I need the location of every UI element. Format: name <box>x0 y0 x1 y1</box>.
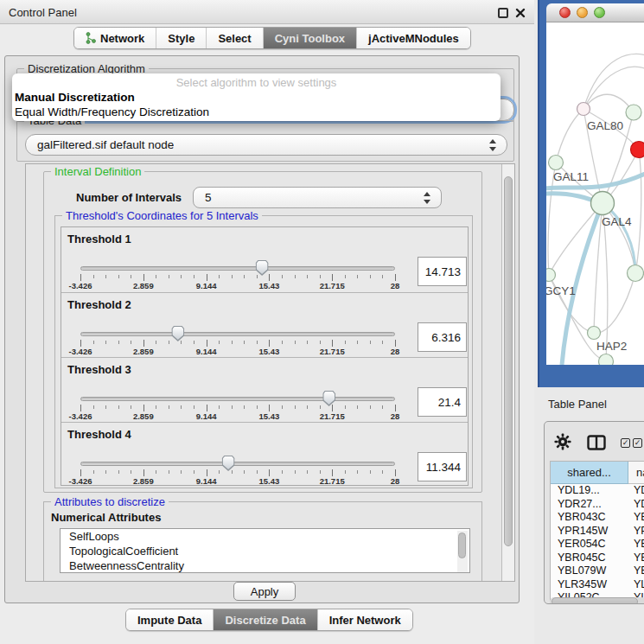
cell-name[interactable]: YBR0 <box>628 552 644 565</box>
tab-jactivemnodules[interactable]: jActiveMNodules <box>357 28 470 48</box>
zoom-traffic-light[interactable] <box>594 7 605 18</box>
cell-shared-name[interactable]: YDL19... <box>551 484 628 498</box>
network-node[interactable] <box>628 265 644 282</box>
column-header-shared-name[interactable]: shared... <box>551 462 628 484</box>
close-traffic-light[interactable] <box>559 7 571 18</box>
tab-infer-network[interactable]: Infer Network <box>318 609 412 630</box>
cell-name[interactable]: YLR3 <box>628 578 644 592</box>
table-row[interactable]: YPR145WYPR1 <box>551 525 644 539</box>
tick-label: -3.426 <box>69 347 92 356</box>
tab-impute-data[interactable]: Impute Data <box>126 609 214 630</box>
threshold-4-slider[interactable]: -3.4262.8599.14415.4321.71528 <box>80 423 395 488</box>
attribute-list-item[interactable]: SelfLoops <box>61 529 469 544</box>
attributes-list-scrollbar[interactable] <box>457 531 468 572</box>
scrollbar-thumb[interactable] <box>552 597 638 604</box>
option-equal-width-frequency[interactable]: Equal Width/Frequency Discretization <box>15 105 209 118</box>
attribute-list-item[interactable]: TopologicalCoefficient <box>61 544 469 558</box>
tick-mark <box>143 340 144 347</box>
checkbox-icon[interactable]: ✓ <box>621 438 630 448</box>
table-row[interactable]: YBL079WYBL0 <box>551 564 644 578</box>
tick-mark <box>269 469 270 476</box>
gear-icon[interactable] <box>554 433 571 450</box>
network-node[interactable] <box>588 327 601 340</box>
table-row[interactable]: YER054CYER0 <box>551 538 644 552</box>
tab-discretize-data[interactable]: Discretize Data <box>214 609 317 630</box>
threshold-3-value-field[interactable] <box>418 387 467 417</box>
threshold-2-value-field[interactable] <box>418 322 467 352</box>
tab-style[interactable]: Style <box>156 28 207 48</box>
cell-shared-name[interactable]: YER054C <box>551 538 628 552</box>
tick-mark <box>282 341 283 344</box>
slider-track[interactable] <box>80 266 395 271</box>
network-node-selected[interactable] <box>631 142 644 158</box>
network-node[interactable] <box>549 156 564 170</box>
attributes-group: Attributes to discretize Numerical Attri… <box>43 501 482 582</box>
cell-name[interactable]: YBL0 <box>628 564 644 578</box>
network-node[interactable] <box>577 103 590 116</box>
threshold-1-slider[interactable]: -3.4262.8599.14415.4321.71528 <box>80 227 395 292</box>
cell-shared-name[interactable]: YLR345W <box>551 578 628 592</box>
table-horizontal-scrollbar[interactable] <box>550 597 644 604</box>
tab-cyni-toolbox[interactable]: Cyni Toolbox <box>264 28 357 48</box>
threshold-3-slider[interactable]: -3.4262.8599.14415.4321.71528 <box>80 358 395 423</box>
tick-mark <box>320 341 321 344</box>
tick-mark <box>382 405 383 409</box>
table-panel-title: Table Panel <box>548 398 607 411</box>
checkbox-icon[interactable]: ✓ <box>633 438 642 448</box>
column-header-name[interactable]: na <box>628 462 644 484</box>
tick-mark <box>295 275 296 278</box>
threshold-1-value-field[interactable] <box>418 257 467 286</box>
table-row[interactable]: YDL19...YDL1 <box>551 484 644 498</box>
cell-name[interactable]: YER0 <box>628 538 644 552</box>
window-title: Control Panel <box>9 6 77 19</box>
columns-icon[interactable] <box>587 435 606 450</box>
table-row[interactable]: YDR27...YDR2 <box>551 498 644 512</box>
slider-track[interactable] <box>80 332 395 336</box>
tab-network[interactable]: Network <box>74 28 156 48</box>
table-data-combo[interactable]: galFiltered.sif default node <box>25 134 507 156</box>
network-node[interactable] <box>626 105 641 120</box>
tick-mark <box>370 341 371 344</box>
threshold-4-value-field[interactable] <box>418 452 467 481</box>
cell-shared-name[interactable]: YBR045C <box>551 552 628 565</box>
scrollbar-thumb[interactable] <box>504 176 513 546</box>
apply-button[interactable]: Apply <box>233 582 296 601</box>
network-node[interactable] <box>591 192 615 215</box>
close-icon[interactable] <box>515 8 526 18</box>
float-window-icon[interactable] <box>498 8 508 18</box>
threshold-2-slider[interactable]: -3.4262.8599.14415.4321.71528 <box>80 293 395 358</box>
cell-shared-name[interactable]: YBL079W <box>551 564 628 578</box>
attribute-list-item[interactable]: BetweennessCentrality <box>61 558 469 573</box>
tab-select[interactable]: Select <box>207 28 263 48</box>
tick-mark <box>395 274 396 281</box>
tick-mark <box>295 405 296 409</box>
network-node[interactable] <box>546 269 556 282</box>
table-row[interactable]: YBR045CYBR0 <box>551 552 644 565</box>
tick-label: 9.144 <box>196 476 217 486</box>
minimize-traffic-light[interactable] <box>577 7 588 18</box>
network-node[interactable] <box>599 354 614 366</box>
option-manual-discretization[interactable]: Manual Discretization <box>15 91 135 104</box>
settings-vertical-scrollbar[interactable] <box>501 164 514 581</box>
tick-mark <box>194 341 194 344</box>
cell-name[interactable]: YPR1 <box>628 525 644 539</box>
table-row[interactable]: YLR345WYLR3 <box>551 578 644 592</box>
tick-mark <box>156 470 156 474</box>
cell-shared-name[interactable]: YPR145W <box>551 525 628 539</box>
attributes-list: SelfLoopsTopologicalCoefficientBetweenne… <box>60 528 470 573</box>
tick-mark <box>207 405 207 411</box>
intervals-value: 5 <box>194 191 212 204</box>
cell-shared-name[interactable]: YBR043C <box>551 511 628 525</box>
tick-label: 2.859 <box>133 476 154 486</box>
cell-name[interactable]: YDR2 <box>628 498 644 512</box>
thresholds-group: Threshold's Coordinates for 5 Intervals … <box>54 215 473 488</box>
cell-name[interactable]: YBR0 <box>628 511 644 525</box>
slider-track[interactable] <box>80 462 395 466</box>
tick-mark <box>307 275 308 278</box>
network-canvas[interactable]: GAL80 GA C GAL11 GAL4 GCY1 H HAP2 <box>546 22 644 365</box>
slider-track[interactable] <box>80 397 395 401</box>
cell-shared-name[interactable]: YDR27... <box>551 498 628 512</box>
cell-name[interactable]: YDL1 <box>628 484 644 498</box>
number-of-intervals-spinner[interactable]: 5 <box>193 187 442 208</box>
table-row[interactable]: YBR043CYBR0 <box>551 511 644 525</box>
